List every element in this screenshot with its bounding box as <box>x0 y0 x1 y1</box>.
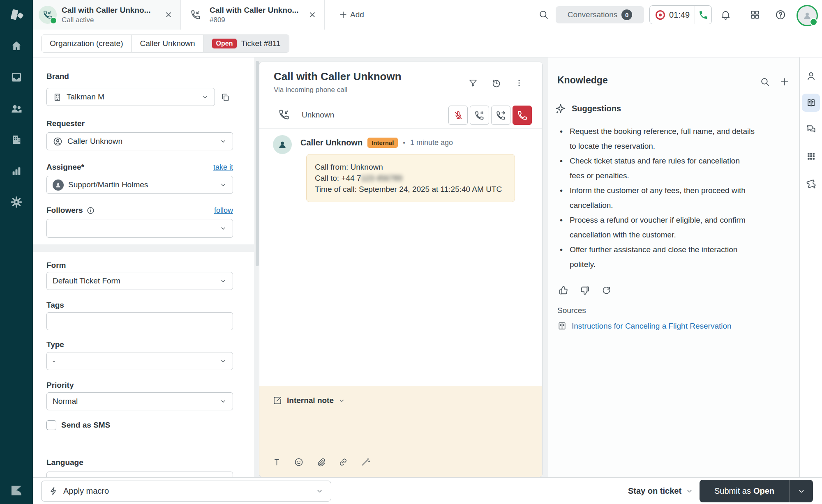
breadcrumb-requester[interactable]: Caller Unknown <box>132 35 203 52</box>
conversations-button[interactable]: Conversations 0 <box>556 6 644 23</box>
tags-label: Tags <box>46 301 64 310</box>
breadcrumb: Organization (create) Caller Unknown Ope… <box>33 30 822 58</box>
nav-customers-icon[interactable] <box>7 99 26 118</box>
chevron-down-icon <box>219 181 227 189</box>
submit-as-open-button[interactable]: Submit as Open <box>700 480 789 502</box>
knowledge-add-icon[interactable] <box>778 75 792 89</box>
article-icon <box>557 321 567 331</box>
history-icon[interactable] <box>489 76 503 90</box>
incoming-call-avatar <box>39 6 57 24</box>
chevron-down-icon <box>219 138 227 145</box>
transfer-call-button[interactable] <box>491 106 510 125</box>
breadcrumb-organization[interactable]: Organization (create) <box>42 35 132 52</box>
search-icon[interactable] <box>533 0 554 30</box>
language-select[interactable] <box>46 472 233 477</box>
more-options-kebab-icon[interactable] <box>512 76 526 90</box>
source-link-row[interactable]: Instructions for Canceling a Flight Rese… <box>557 321 732 331</box>
followers-select[interactable] <box>46 219 233 238</box>
info-icon[interactable] <box>86 206 95 215</box>
nav-admin-gear-icon[interactable] <box>7 192 26 212</box>
panel-scrollbar[interactable] <box>256 61 259 266</box>
add-tab-button[interactable]: Add <box>333 0 371 30</box>
breadcrumb-ticket[interactable]: Open Ticket #811 <box>204 35 289 52</box>
link-icon[interactable] <box>336 455 351 469</box>
apply-macro-select[interactable]: Apply macro <box>41 481 331 502</box>
nav-views-icon[interactable] <box>7 67 26 87</box>
regenerate-icon[interactable] <box>600 284 612 297</box>
stay-on-ticket-dropdown[interactable]: Stay on ticket <box>628 478 693 504</box>
follow-link[interactable]: follow <box>214 206 233 215</box>
take-it-link[interactable]: take it <box>213 163 233 172</box>
suggestions-header: Suggestions <box>555 103 621 114</box>
filter-icon[interactable] <box>466 76 480 90</box>
requester-label: Requester <box>46 119 85 128</box>
hold-button[interactable] <box>470 106 489 125</box>
conversations-count-badge: 0 <box>621 9 632 20</box>
attachment-paperclip-icon[interactable] <box>314 455 328 469</box>
call-to-line: Call to: +44 7123 456789 <box>315 173 506 184</box>
nav-organizations-icon[interactable] <box>7 130 26 150</box>
assignee-avatar <box>53 180 64 191</box>
copy-brand-icon[interactable] <box>218 90 232 104</box>
submit-options-chevron[interactable] <box>789 480 813 502</box>
nav-home-icon[interactable] <box>7 36 26 56</box>
nav-reporting-icon[interactable] <box>7 161 26 181</box>
phone-incoming-icon <box>187 9 205 20</box>
rail-user-icon[interactable] <box>802 67 820 85</box>
end-call-button[interactable] <box>513 106 532 125</box>
call-time-line: Time of call: September 24, 2025 at 11:2… <box>315 184 506 195</box>
channel-selector[interactable]: Internal note <box>272 396 345 405</box>
send-as-sms-checkbox[interactable] <box>46 420 56 430</box>
tab-title: Call with Caller Unkno... <box>62 6 162 15</box>
user-avatar[interactable] <box>797 5 818 26</box>
text-format-icon[interactable] <box>269 455 284 469</box>
rail-knowledge-book-icon[interactable] <box>802 94 820 112</box>
rail-conversations-icon[interactable] <box>802 120 820 138</box>
notifications-bell-icon[interactable] <box>715 0 736 30</box>
rail-apps-icon[interactable] <box>802 147 820 165</box>
close-tab-icon[interactable] <box>306 9 319 21</box>
call-timer-widget[interactable]: 01:49 <box>649 5 712 24</box>
ticket-properties-panel-top: Brand Talkman M Requester Caller Unknown… <box>33 58 254 244</box>
type-select[interactable]: - <box>46 352 233 370</box>
product-logo[interactable] <box>0 0 33 30</box>
apps-grid-icon[interactable] <box>745 0 765 30</box>
tags-input[interactable] <box>46 312 233 330</box>
call-from-line: Call from: Unknown <box>315 161 506 173</box>
requester-select[interactable]: Caller Unknown <box>46 132 233 150</box>
chevron-down-icon <box>797 487 806 495</box>
language-label: Language <box>46 458 83 467</box>
brand-select[interactable]: Talkman M <box>46 88 215 106</box>
tab-subtitle: #809 <box>210 16 306 24</box>
brand-label: Brand <box>46 72 69 81</box>
ticket-tab-809[interactable]: Call with Caller Unkno... #809 <box>181 0 325 30</box>
call-active-status-dot <box>50 17 57 24</box>
top-bar: Call with Caller Unkno... Call active Ca… <box>33 0 822 30</box>
conversation-title: Call with Caller Unknown <box>274 70 402 83</box>
lightning-icon <box>49 486 58 496</box>
online-status-dot <box>810 18 817 26</box>
close-tab-icon[interactable] <box>162 9 175 21</box>
incoming-call-icon <box>275 106 293 124</box>
emoji-icon[interactable] <box>291 455 306 469</box>
person-icon <box>277 139 288 150</box>
rail-new-ticket-icon[interactable] <box>802 175 820 193</box>
priority-select[interactable]: Normal <box>46 392 233 410</box>
internal-note-composer[interactable]: Internal note <box>259 386 542 477</box>
knowledge-search-icon[interactable] <box>758 75 772 89</box>
source-link[interactable]: Instructions for Canceling a Flight Rese… <box>572 322 732 331</box>
message-timestamp: 1 minute ago <box>410 138 453 147</box>
person-circle-icon <box>53 136 63 147</box>
mute-button[interactable] <box>448 106 468 125</box>
ticket-tab-active[interactable]: Call with Caller Unkno... Call active <box>33 0 181 30</box>
recording-indicator-icon <box>656 10 665 20</box>
thumbs-up-icon[interactable] <box>557 284 570 297</box>
thumbs-down-icon[interactable] <box>579 284 591 297</box>
ai-assist-wand-icon[interactable] <box>358 455 373 469</box>
form-select[interactable]: Default Ticket Form <box>46 272 233 290</box>
message-author: Caller Unknown <box>300 138 363 147</box>
help-icon[interactable] <box>770 0 791 30</box>
assignee-select[interactable]: Support/Martin Holmes <box>46 176 233 194</box>
call-console-phone-icon[interactable] <box>695 10 711 20</box>
building-icon <box>53 92 62 102</box>
